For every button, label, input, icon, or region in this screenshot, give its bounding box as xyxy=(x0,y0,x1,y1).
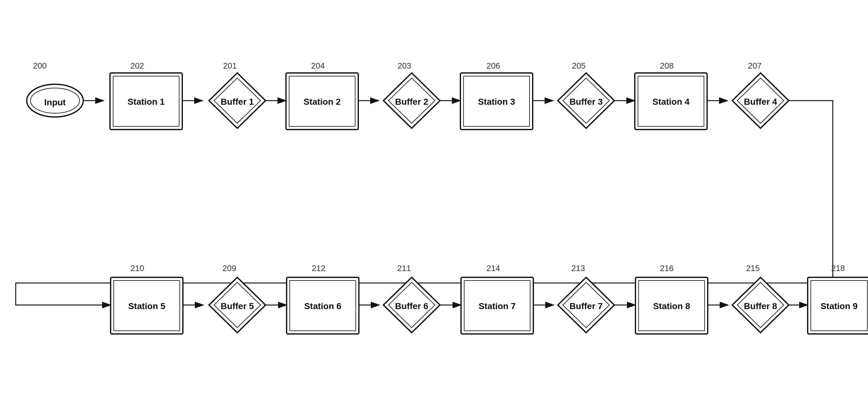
input-label: Input xyxy=(44,97,66,107)
station4-label: Station 4 xyxy=(652,97,690,107)
ref-200: 200 xyxy=(33,61,46,70)
ref-216: 216 xyxy=(660,263,674,273)
ref-203: 203 xyxy=(398,61,411,70)
ref-212: 212 xyxy=(312,263,325,273)
station5-label: Station 5 xyxy=(128,301,165,311)
connector-row1-to-row2 xyxy=(16,100,833,305)
buffer4-label: Buffer 4 xyxy=(744,97,777,107)
ref-210: 210 xyxy=(130,263,144,273)
ref-209: 209 xyxy=(222,263,236,273)
ref-202: 202 xyxy=(130,61,144,70)
ref-214: 214 xyxy=(487,263,500,273)
buffer6-label: Buffer 6 xyxy=(395,301,428,311)
buffer1-label: Buffer 1 xyxy=(221,97,254,107)
station6-label: Station 6 xyxy=(304,301,341,311)
ref-211: 211 xyxy=(397,263,411,273)
ref-204: 204 xyxy=(311,61,324,70)
ref-215: 215 xyxy=(746,263,760,273)
ref-206: 206 xyxy=(487,61,500,70)
ref-213: 213 xyxy=(571,263,585,273)
station3-label: Station 3 xyxy=(478,97,515,107)
station9-label: Station 9 xyxy=(820,301,858,311)
station7-label: Station 7 xyxy=(478,301,516,311)
station2-label: Station 2 xyxy=(304,97,341,107)
buffer3-label: Buffer 3 xyxy=(569,97,603,107)
diagram-container: 200 Input 202 Station 1 201 Buffer 1 204… xyxy=(0,0,868,405)
ref-207: 207 xyxy=(748,61,762,70)
buffer8-label: Buffer 8 xyxy=(744,301,777,311)
ref-208: 208 xyxy=(660,61,674,70)
ref-201: 201 xyxy=(223,61,237,70)
ref-205: 205 xyxy=(572,61,586,70)
station8-label: Station 8 xyxy=(653,301,690,311)
buffer2-label: Buffer 2 xyxy=(395,97,428,107)
ref-218: 218 xyxy=(831,263,845,273)
buffer7-label: Buffer 7 xyxy=(569,301,603,311)
buffer5-label: Buffer 5 xyxy=(221,301,254,311)
station1-label: Station 1 xyxy=(128,97,165,107)
